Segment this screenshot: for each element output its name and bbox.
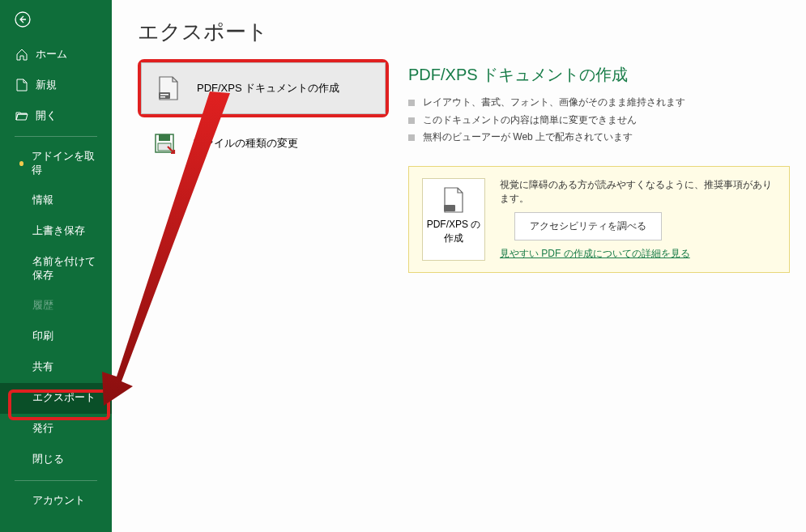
check-accessibility-button[interactable]: アクセシビリティを調べる xyxy=(514,212,662,240)
tip-body: 視覚に障碍のある方が読みやすくなるように、推奨事項があります。 アクセシビリティ… xyxy=(500,178,776,261)
back-arrow-icon xyxy=(15,11,31,28)
tip-message: 視覚に障碍のある方が読みやすくなるように、推奨事項があります。 xyxy=(500,178,776,206)
main-content: エクスポート PDF/XPS ドキュメントの作成 xyxy=(112,0,806,532)
nav-share[interactable]: 共有 xyxy=(0,352,112,383)
home-icon xyxy=(15,48,29,61)
nav-share-label: 共有 xyxy=(32,360,53,374)
nav-save[interactable]: 上書き保存 xyxy=(0,216,112,247)
export-options: PDF/XPS ドキュメントの作成 ファイルの種類の変更 xyxy=(138,59,389,273)
option-change-type[interactable]: ファイルの種類の変更 xyxy=(138,117,389,169)
nav-save-as-label: 名前を付けて保存 xyxy=(32,255,97,283)
nav-print-label: 印刷 xyxy=(32,330,53,343)
nav-history-label: 履歴 xyxy=(32,299,53,313)
nav-get-addins-label: アドインを取得 xyxy=(32,150,97,177)
nav-history: 履歴 xyxy=(0,291,112,321)
nav-close-label: 閉じる xyxy=(32,453,64,466)
bullet-item: レイアウト、書式、フォント、画像がそのまま維持されます xyxy=(408,94,790,112)
svg-rect-1 xyxy=(159,92,170,99)
option-change-type-label: ファイルの種類の変更 xyxy=(193,136,298,151)
nav-save-label: 上書き保存 xyxy=(32,224,85,238)
nav-export[interactable]: エクスポート xyxy=(0,383,112,414)
create-pdf-xps-label: PDF/XPS の作成 xyxy=(426,218,481,245)
folder-open-icon xyxy=(15,110,29,121)
nav-publish-label: 発行 xyxy=(32,422,53,436)
dot-icon xyxy=(19,161,23,166)
detail-panel: PDF/XPS ドキュメントの作成 レイアウト、書式、フォント、画像がそのまま維… xyxy=(408,59,806,273)
svg-rect-7 xyxy=(444,205,455,211)
create-pdf-xps-button[interactable]: PDF/XPS の作成 xyxy=(422,178,485,261)
nav-print[interactable]: 印刷 xyxy=(0,321,112,352)
detail-title: PDF/XPS ドキュメントの作成 xyxy=(408,64,790,86)
nav-open[interactable]: 開く xyxy=(0,100,112,131)
svg-rect-5 xyxy=(159,134,170,141)
bullet-item: 無料のビューアーが Web 上で配布されています xyxy=(408,129,790,147)
bullet-item: このドキュメントの内容は簡単に変更できません xyxy=(408,112,790,130)
svg-rect-3 xyxy=(160,96,165,98)
save-as-icon xyxy=(152,132,177,155)
page-title: エクスポート xyxy=(138,0,806,59)
pdf-export-icon xyxy=(426,187,481,213)
option-pdf-xps[interactable]: PDF/XPS ドキュメントの作成 xyxy=(141,62,386,114)
detail-bullets: レイアウト、書式、フォント、画像がそのまま維持されます このドキュメントの内容は… xyxy=(408,94,790,147)
nav-publish[interactable]: 発行 xyxy=(0,414,112,445)
callout-pdf-option: PDF/XPS ドキュメントの作成 xyxy=(138,59,389,117)
nav-new-label: 新規 xyxy=(36,78,57,92)
nav-new[interactable]: 新規 xyxy=(0,70,112,100)
nav-open-label: 開く xyxy=(36,109,57,123)
svg-rect-2 xyxy=(160,94,168,96)
nav-get-addins[interactable]: アドインを取得 xyxy=(0,142,112,185)
file-icon xyxy=(15,79,29,92)
nav-home[interactable]: ホーム xyxy=(0,39,112,70)
nav-home-label: ホーム xyxy=(36,47,67,62)
pdf-file-icon xyxy=(156,76,181,100)
nav-save-as[interactable]: 名前を付けて保存 xyxy=(0,247,112,291)
nav-account[interactable]: アカウント xyxy=(0,486,112,517)
nav-close[interactable]: 閉じる xyxy=(0,445,112,475)
nav-info-label: 情報 xyxy=(32,194,53,207)
nav-divider-2 xyxy=(15,480,97,481)
nav-info[interactable]: 情報 xyxy=(0,185,112,216)
pdf-details-link[interactable]: 見やすい PDF の作成についての詳細を見る xyxy=(500,248,690,259)
nav-export-label: エクスポート xyxy=(32,391,96,405)
nav-account-label: アカウント xyxy=(32,494,85,508)
nav-divider-1 xyxy=(15,136,97,137)
option-pdf-xps-label: PDF/XPS ドキュメントの作成 xyxy=(197,81,339,96)
back-button[interactable] xyxy=(0,0,112,39)
sidebar: ホーム 新規 開く アドインを取得 情報 上書き保存 名前を付けて保存 履歴 印… xyxy=(0,0,112,532)
accessibility-tip-panel: PDF/XPS の作成 視覚に障碍のある方が読みやすくなるように、推奨事項があり… xyxy=(408,166,790,273)
